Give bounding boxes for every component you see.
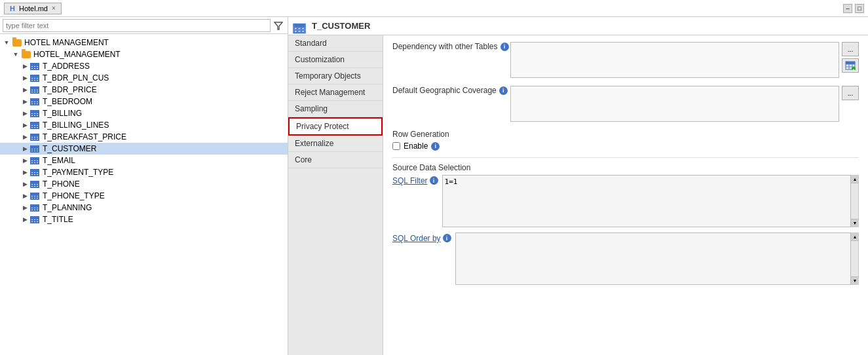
svg-marker-0 — [274, 22, 282, 29]
divider — [392, 157, 859, 158]
t-title-label: T_TITLE — [43, 215, 73, 224]
sql-order-info-icon: i — [443, 234, 451, 242]
tree-hotel-management-item[interactable]: ▼ HOTEL_MANAGEMENT — [0, 48, 288, 60]
minimize-button[interactable]: – — [843, 4, 852, 13]
t-bedroom-table-icon — [30, 96, 41, 107]
tab-reject-management[interactable]: Reject Management — [288, 84, 383, 101]
sql-order-label[interactable]: SQL Order by i — [392, 233, 451, 285]
tab-privacy-protect-label: Privacy Protect — [296, 122, 349, 131]
expand-arrow-t-payment: ▶ — [21, 168, 29, 176]
root-folder-icon — [12, 37, 22, 48]
tab-standard[interactable]: Standard — [288, 35, 383, 52]
expand-arrow-t-bdr-price: ▶ — [21, 86, 29, 94]
geo-dots-button[interactable]: ... — [842, 86, 859, 100]
sql-order-textarea-wrapper: ▲ ▼ — [455, 233, 859, 285]
list-item[interactable]: ▶ T_BREAKFAST_PRICE — [0, 131, 288, 143]
list-item[interactable]: ▶ T_PHONE_TYPE — [0, 190, 288, 202]
list-item[interactable]: ▶ T_BDR_PRICE — [0, 84, 288, 96]
tab-customization[interactable]: Customization — [288, 52, 383, 68]
scroll-down-button[interactable]: ▼ — [851, 219, 859, 227]
list-item[interactable]: ▶ T_BILLING_LINES — [0, 119, 288, 131]
dependency-label-text: Dependency with other Tables — [392, 42, 498, 51]
tree-root-item[interactable]: ▼ HOTEL MANAGEMENT — [0, 37, 288, 48]
t-planning-label: T_PLANNING — [43, 203, 92, 212]
sql-order-scroll-down[interactable]: ▼ — [851, 276, 859, 284]
hotel-mgmt-folder-icon — [21, 49, 31, 60]
expand-arrow-t-breakfast: ▶ — [21, 133, 29, 141]
table-header-icon — [295, 20, 308, 32]
source-data-label-text: Source Data Selection — [392, 163, 470, 172]
list-item[interactable]: ▶ T_PHONE — [0, 178, 288, 190]
t-phone-label: T_PHONE — [43, 179, 80, 189]
close-tab-icon[interactable]: × — [52, 5, 56, 12]
list-item[interactable]: ▶ T_TITLE — [0, 214, 288, 225]
right-panel: T_CUSTOMER Standard Customization Tempor… — [288, 17, 868, 355]
right-header: T_CUSTOMER — [288, 17, 868, 35]
main-container: ▼ HOTEL MANAGEMENT ▼ HOTEL_MANAGEMENT ▶ — [0, 17, 868, 355]
tab-core-label: Core — [295, 155, 312, 164]
t-address-label: T_ADDRESS — [43, 62, 90, 71]
list-item[interactable]: ▶ T_BEDROOM — [0, 96, 288, 107]
list-item[interactable]: ▶ T_EMAIL — [0, 155, 288, 166]
list-item[interactable]: ▶ T_BILLING — [0, 107, 288, 119]
hotel-md-icon: H — [10, 5, 15, 12]
t-billing-label: T_BILLING — [43, 109, 82, 118]
dependency-section: Dependency with other Tables i ... — [392, 42, 859, 78]
tab-externalize-label: Externalize — [295, 139, 333, 148]
enable-checkbox[interactable] — [392, 142, 400, 150]
expand-arrow-t-billing: ▶ — [21, 109, 29, 117]
content-area: Dependency with other Tables i ... — [383, 35, 868, 355]
window-controls: – □ — [843, 4, 864, 13]
geo-info-icon: i — [499, 86, 508, 95]
tabs-panel: Standard Customization Temporary Objects… — [288, 35, 383, 355]
list-item[interactable]: ▶ T_ADDRESS — [0, 60, 288, 72]
filter-input[interactable] — [3, 19, 271, 32]
editor-tab[interactable]: H Hotel.md × — [4, 3, 62, 14]
tab-core[interactable]: Core — [288, 152, 383, 168]
geo-side-buttons: ... — [842, 86, 859, 100]
sql-order-scroll-up[interactable]: ▲ — [851, 233, 859, 241]
tab-privacy-protect[interactable]: Privacy Protect — [288, 117, 383, 136]
tab-sampling[interactable]: Sampling — [288, 101, 383, 117]
t-bdr-pln-table-icon — [30, 73, 41, 83]
source-data-section: Source Data Selection SQL Filter i 1=1 ▲ — [392, 163, 859, 285]
geo-label-text: Default Geographic Coverage — [392, 86, 497, 95]
dependency-table-button[interactable]: + — [842, 58, 859, 73]
tab-standard-label: Standard — [295, 39, 327, 48]
t-bedroom-label: T_BEDROOM — [43, 97, 92, 106]
hotel-mgmt-label: HOTEL_MANAGEMENT — [33, 50, 121, 59]
t-email-label: T_EMAIL — [43, 156, 75, 165]
filter-icon-button[interactable] — [272, 19, 285, 32]
expand-arrow-t-phone-type: ▶ — [21, 192, 29, 200]
tab-sampling-label: Sampling — [295, 104, 328, 113]
scroll-up-button[interactable]: ▲ — [851, 176, 859, 183]
sql-filter-label-text: SQL Filter — [392, 176, 428, 185]
enable-label: Enable — [404, 141, 428, 151]
geo-label: Default Geographic Coverage i — [392, 86, 510, 95]
dependency-box — [510, 42, 839, 78]
expand-arrow-t-phone: ▶ — [21, 180, 29, 188]
tab-externalize[interactable]: Externalize — [288, 136, 383, 152]
tab-reject-management-label: Reject Management — [295, 88, 365, 97]
list-item[interactable]: ▶ T_BDR_PLN_CUS — [0, 72, 288, 84]
t-customer-item[interactable]: ▶ T_CUSTOMER — [0, 143, 288, 155]
sql-filter-textarea[interactable]: 1=1 — [442, 175, 851, 227]
sql-filter-scrollbar: ▲ ▼ — [851, 175, 859, 227]
t-address-table-icon — [30, 61, 41, 71]
expand-arrow-t-bdr-pln: ▶ — [21, 74, 29, 82]
list-item[interactable]: ▶ T_PAYMENT_TYPE — [0, 166, 288, 178]
expand-arrow-l1: ▼ — [12, 50, 20, 58]
sql-order-textarea[interactable] — [455, 233, 851, 285]
t-customer-label: T_CUSTOMER — [43, 144, 96, 153]
maximize-button[interactable]: □ — [855, 4, 864, 13]
sql-order-row: SQL Order by i ▲ ▼ — [392, 233, 859, 285]
sql-order-label-text: SQL Order by — [392, 234, 441, 243]
tab-temporary-objects[interactable]: Temporary Objects — [288, 68, 383, 84]
t-billing-table-icon — [30, 108, 41, 119]
sql-filter-label[interactable]: SQL Filter i — [392, 175, 438, 227]
tab-label: Hotel.md — [19, 5, 48, 12]
list-item[interactable]: ▶ T_PLANNING — [0, 202, 288, 214]
t-bdr-pln-label: T_BDR_PLN_CUS — [43, 73, 109, 83]
dependency-dots-button[interactable]: ... — [842, 42, 859, 56]
expand-arrow-t-title: ▶ — [21, 215, 29, 223]
